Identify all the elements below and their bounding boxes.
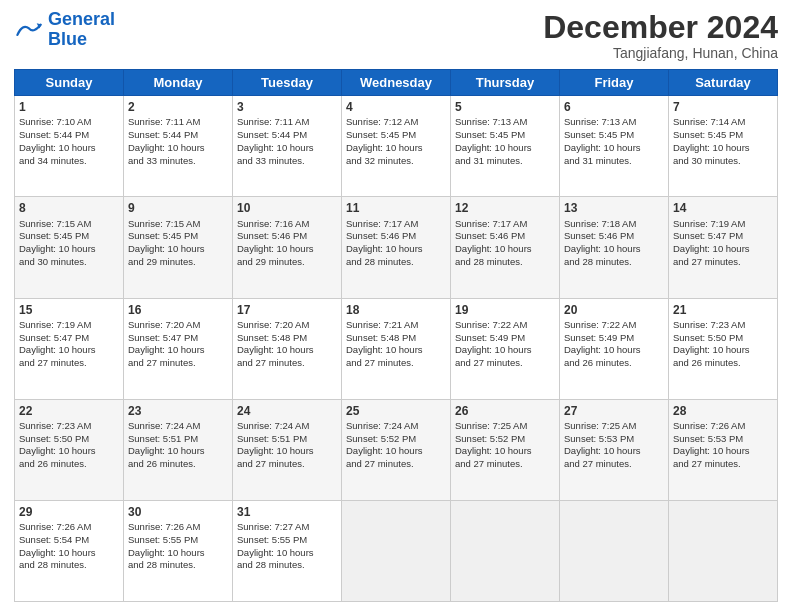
day-number: 8 bbox=[19, 200, 119, 216]
logo: General Blue bbox=[14, 10, 115, 50]
cell-line: and 27 minutes. bbox=[455, 458, 555, 471]
day-number: 13 bbox=[564, 200, 664, 216]
cell-line: and 26 minutes. bbox=[19, 458, 119, 471]
cell-line: Daylight: 10 hours bbox=[19, 243, 119, 256]
cell-line: Daylight: 10 hours bbox=[455, 344, 555, 357]
cell-line: Sunset: 5:45 PM bbox=[455, 129, 555, 142]
day-header-monday: Monday bbox=[124, 70, 233, 96]
cell-line: Sunset: 5:51 PM bbox=[237, 433, 337, 446]
cell-line: and 30 minutes. bbox=[673, 155, 773, 168]
cell-line: and 33 minutes. bbox=[237, 155, 337, 168]
day-number: 9 bbox=[128, 200, 228, 216]
day-number: 15 bbox=[19, 302, 119, 318]
cell-line: Sunset: 5:54 PM bbox=[19, 534, 119, 547]
cell-line: Sunrise: 7:14 AM bbox=[673, 116, 773, 129]
cell-line: Sunset: 5:44 PM bbox=[128, 129, 228, 142]
calendar-cell: 9Sunrise: 7:15 AMSunset: 5:45 PMDaylight… bbox=[124, 197, 233, 298]
day-number: 27 bbox=[564, 403, 664, 419]
day-number: 14 bbox=[673, 200, 773, 216]
calendar-cell: 22Sunrise: 7:23 AMSunset: 5:50 PMDayligh… bbox=[15, 399, 124, 500]
cell-line: Daylight: 10 hours bbox=[237, 445, 337, 458]
cell-line: Sunrise: 7:17 AM bbox=[455, 218, 555, 231]
calendar-cell: 30Sunrise: 7:26 AMSunset: 5:55 PMDayligh… bbox=[124, 500, 233, 601]
cell-line: Daylight: 10 hours bbox=[128, 547, 228, 560]
day-number: 25 bbox=[346, 403, 446, 419]
cell-line: Sunset: 5:49 PM bbox=[564, 332, 664, 345]
cell-line: and 30 minutes. bbox=[19, 256, 119, 269]
cell-line: Sunset: 5:48 PM bbox=[346, 332, 446, 345]
cell-line: Daylight: 10 hours bbox=[346, 445, 446, 458]
calendar-cell: 18Sunrise: 7:21 AMSunset: 5:48 PMDayligh… bbox=[342, 298, 451, 399]
month-title: December 2024 bbox=[543, 10, 778, 45]
cell-line: Sunset: 5:47 PM bbox=[673, 230, 773, 243]
calendar-cell: 10Sunrise: 7:16 AMSunset: 5:46 PMDayligh… bbox=[233, 197, 342, 298]
calendar-table: SundayMondayTuesdayWednesdayThursdayFrid… bbox=[14, 69, 778, 602]
cell-line: Sunrise: 7:25 AM bbox=[455, 420, 555, 433]
calendar-cell: 5Sunrise: 7:13 AMSunset: 5:45 PMDaylight… bbox=[451, 96, 560, 197]
day-header-sunday: Sunday bbox=[15, 70, 124, 96]
calendar-cell: 27Sunrise: 7:25 AMSunset: 5:53 PMDayligh… bbox=[560, 399, 669, 500]
cell-line: Sunrise: 7:10 AM bbox=[19, 116, 119, 129]
day-number: 18 bbox=[346, 302, 446, 318]
cell-line: and 27 minutes. bbox=[237, 357, 337, 370]
cell-line: Sunrise: 7:15 AM bbox=[19, 218, 119, 231]
day-number: 30 bbox=[128, 504, 228, 520]
calendar-cell: 25Sunrise: 7:24 AMSunset: 5:52 PMDayligh… bbox=[342, 399, 451, 500]
cell-line: and 26 minutes. bbox=[128, 458, 228, 471]
calendar-cell: 16Sunrise: 7:20 AMSunset: 5:47 PMDayligh… bbox=[124, 298, 233, 399]
calendar-week-1: 1Sunrise: 7:10 AMSunset: 5:44 PMDaylight… bbox=[15, 96, 778, 197]
cell-line: Sunset: 5:51 PM bbox=[128, 433, 228, 446]
cell-line: Daylight: 10 hours bbox=[19, 547, 119, 560]
calendar-cell: 31Sunrise: 7:27 AMSunset: 5:55 PMDayligh… bbox=[233, 500, 342, 601]
cell-line: Sunset: 5:48 PM bbox=[237, 332, 337, 345]
cell-line: Daylight: 10 hours bbox=[673, 344, 773, 357]
cell-line: Daylight: 10 hours bbox=[19, 344, 119, 357]
title-section: December 2024 Tangjiafang, Hunan, China bbox=[543, 10, 778, 61]
cell-line: Sunset: 5:46 PM bbox=[564, 230, 664, 243]
cell-line: Sunrise: 7:20 AM bbox=[128, 319, 228, 332]
cell-line: Daylight: 10 hours bbox=[346, 243, 446, 256]
calendar-cell: 17Sunrise: 7:20 AMSunset: 5:48 PMDayligh… bbox=[233, 298, 342, 399]
day-number: 2 bbox=[128, 99, 228, 115]
cell-line: Sunrise: 7:16 AM bbox=[237, 218, 337, 231]
cell-line: Sunrise: 7:21 AM bbox=[346, 319, 446, 332]
cell-line: Sunset: 5:46 PM bbox=[346, 230, 446, 243]
calendar-cell: 26Sunrise: 7:25 AMSunset: 5:52 PMDayligh… bbox=[451, 399, 560, 500]
calendar-cell: 8Sunrise: 7:15 AMSunset: 5:45 PMDaylight… bbox=[15, 197, 124, 298]
cell-line: Sunrise: 7:24 AM bbox=[346, 420, 446, 433]
cell-line: Daylight: 10 hours bbox=[455, 445, 555, 458]
cell-line: and 28 minutes. bbox=[346, 256, 446, 269]
cell-line: Daylight: 10 hours bbox=[455, 142, 555, 155]
cell-line: Sunset: 5:44 PM bbox=[237, 129, 337, 142]
cell-line: Sunset: 5:52 PM bbox=[346, 433, 446, 446]
cell-line: Sunset: 5:49 PM bbox=[455, 332, 555, 345]
cell-line: Daylight: 10 hours bbox=[237, 142, 337, 155]
cell-line: Sunrise: 7:22 AM bbox=[455, 319, 555, 332]
cell-line: and 28 minutes. bbox=[564, 256, 664, 269]
calendar-cell: 3Sunrise: 7:11 AMSunset: 5:44 PMDaylight… bbox=[233, 96, 342, 197]
cell-line: Sunset: 5:53 PM bbox=[673, 433, 773, 446]
day-header-saturday: Saturday bbox=[669, 70, 778, 96]
cell-line: Sunset: 5:46 PM bbox=[237, 230, 337, 243]
logo-blue: Blue bbox=[48, 30, 115, 50]
day-number: 11 bbox=[346, 200, 446, 216]
cell-line: Sunrise: 7:12 AM bbox=[346, 116, 446, 129]
cell-line: Sunset: 5:52 PM bbox=[455, 433, 555, 446]
calendar-cell: 15Sunrise: 7:19 AMSunset: 5:47 PMDayligh… bbox=[15, 298, 124, 399]
cell-line: Daylight: 10 hours bbox=[128, 142, 228, 155]
calendar-cell: 29Sunrise: 7:26 AMSunset: 5:54 PMDayligh… bbox=[15, 500, 124, 601]
day-header-friday: Friday bbox=[560, 70, 669, 96]
calendar-cell: 24Sunrise: 7:24 AMSunset: 5:51 PMDayligh… bbox=[233, 399, 342, 500]
cell-line: Sunset: 5:55 PM bbox=[237, 534, 337, 547]
cell-line: Daylight: 10 hours bbox=[673, 142, 773, 155]
day-number: 17 bbox=[237, 302, 337, 318]
cell-line: Sunset: 5:45 PM bbox=[19, 230, 119, 243]
cell-line: and 27 minutes. bbox=[673, 256, 773, 269]
calendar-cell: 12Sunrise: 7:17 AMSunset: 5:46 PMDayligh… bbox=[451, 197, 560, 298]
day-number: 22 bbox=[19, 403, 119, 419]
cell-line: and 28 minutes. bbox=[19, 559, 119, 572]
day-number: 10 bbox=[237, 200, 337, 216]
day-number: 19 bbox=[455, 302, 555, 318]
calendar-week-5: 29Sunrise: 7:26 AMSunset: 5:54 PMDayligh… bbox=[15, 500, 778, 601]
cell-line: Daylight: 10 hours bbox=[673, 243, 773, 256]
